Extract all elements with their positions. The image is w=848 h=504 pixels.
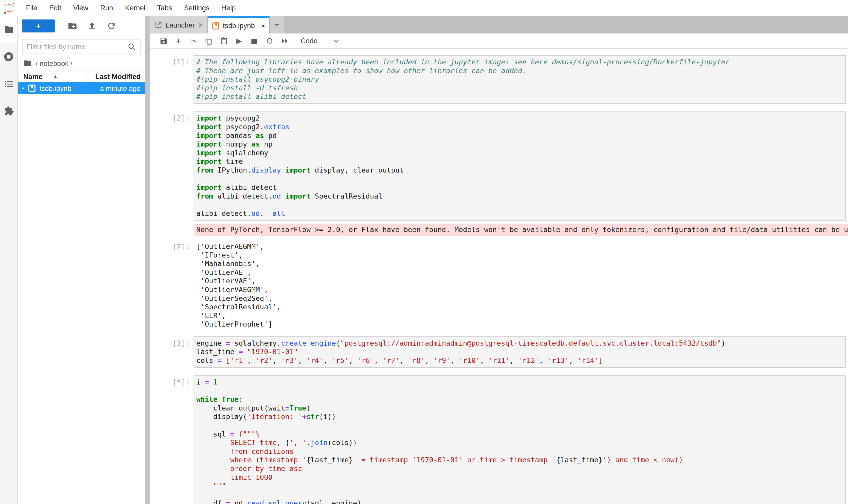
new-folder-button[interactable] (64, 21, 81, 31)
menu-edit[interactable]: Edit (43, 4, 67, 12)
interrupt-kernel-button[interactable]: ■ (247, 37, 262, 45)
code-line: df = pd.read_sql_query(sql, engine) (196, 499, 845, 504)
plus-icon: + (176, 37, 182, 45)
sidebar-tab-extensions[interactable] (0, 97, 17, 124)
tab-launcher[interactable]: Launcher × (150, 16, 208, 34)
code-line: ['OutlierAEGMM', (196, 242, 848, 251)
breadcrumb-path: / notebook / (36, 59, 73, 67)
notebook-toolbar: + ✂ ▶ ■ Code (150, 34, 848, 49)
refresh-icon (107, 21, 116, 31)
code-line: cols = ['r1', 'r2', 'r3', 'r4', 'r5', 'r… (196, 356, 845, 365)
code-line: from alibi_detect.od import SpectralResi… (196, 192, 845, 201)
input-prompt: [3]: (150, 336, 194, 368)
notebook-cells: [1]:# The following libraries have alrea… (150, 55, 848, 504)
code-line: 'LLR', (196, 312, 848, 320)
execute-result: ['OutlierAEGMM', 'IForest', 'Mahalanobis… (194, 240, 848, 329)
code-line: 'OutlierSeq2Seq', (196, 294, 848, 303)
panel-resize-handle[interactable] (145, 16, 150, 504)
file-row-tsdb[interactable]: • tsdb.ipynb a minute ago (18, 82, 145, 94)
scissors-icon: ✂ (191, 37, 197, 45)
output-prompt (150, 224, 194, 237)
sidebar-tab-toc[interactable] (0, 70, 17, 97)
tab-label: tsdb.ipynb (223, 22, 255, 30)
jupyter-logo (3, 1, 16, 15)
input-prompt: [2]: (150, 111, 194, 221)
file-name: tsdb.ipynb (39, 84, 96, 92)
cut-cell-button[interactable]: ✂ (186, 37, 201, 45)
code-line: """ (196, 482, 845, 491)
jupyter-logo-icon (3, 1, 16, 14)
notebook-scroll-area[interactable]: [1]:# The following libraries have alrea… (150, 49, 848, 504)
sidebar-tab-filebrowser[interactable] (0, 16, 17, 43)
jupyterlab-window: File Edit View Run Kernel Tabs Settings … (0, 0, 848, 504)
code-line: display('Iteration: '+str(i)) (196, 413, 845, 421)
cell-editor[interactable]: # The following libraries have already b… (194, 55, 846, 104)
restart-icon (265, 37, 273, 45)
chevron-down-icon[interactable] (333, 37, 340, 44)
cell-type-select[interactable]: Code (301, 37, 318, 45)
new-tab-button[interactable]: + (269, 16, 284, 34)
notebook-file-icon (28, 85, 36, 92)
stderr-output: None of PyTorch, TensorFlow >= 2.0, or F… (194, 224, 848, 236)
code-line: import pandas as pd (196, 131, 845, 140)
menu-file[interactable]: File (20, 4, 43, 12)
code-line: SELECT time, {', '.join(cols)} (196, 438, 845, 447)
code-line: None of PyTorch, TensorFlow >= 2.0, or F… (196, 226, 848, 234)
notebook-cell: [*]:i = 1 while True: clear_output(wait=… (150, 375, 848, 504)
stop-icon: ■ (251, 37, 257, 45)
new-launcher-button[interactable]: + (22, 20, 55, 33)
cell-editor[interactable]: i = 1 while True: clear_output(wait=True… (194, 375, 846, 504)
code-line: last_time = "1970-01-01" (196, 348, 845, 356)
menu-settings[interactable]: Settings (178, 4, 215, 12)
code-line (196, 491, 845, 499)
dirty-indicator-dot: ● (261, 23, 265, 29)
search-icon (128, 42, 137, 51)
run-cell-button[interactable]: ▶ (232, 37, 247, 45)
filter-files-input[interactable] (26, 43, 128, 51)
code-line: limit 1000 (196, 473, 845, 482)
code-line (196, 201, 845, 210)
refresh-button[interactable] (103, 21, 120, 31)
restart-run-all-button[interactable] (277, 37, 292, 45)
code-line: # These are just left in as examples to … (196, 67, 845, 75)
code-line: #!pip install psycopg2-binary (196, 75, 845, 84)
unsaved-dot: • (22, 85, 24, 91)
column-last-modified[interactable]: Last Modified (87, 71, 145, 82)
cell-editor[interactable]: import psycopg2import psycopg2.extrasimp… (194, 111, 846, 221)
paste-cell-button[interactable] (216, 37, 232, 44)
breadcrumb[interactable]: / notebook / (18, 56, 145, 71)
save-button[interactable] (156, 37, 171, 45)
column-name[interactable]: Name ▲ (18, 71, 87, 82)
cell-editor[interactable]: engine = sqlalchemy.create_engine("postg… (194, 336, 846, 368)
menu-kernel[interactable]: Kernel (119, 4, 151, 12)
menu-bar: File Edit View Run Kernel Tabs Settings … (0, 0, 848, 16)
close-icon[interactable]: × (198, 21, 203, 29)
copy-cell-button[interactable] (201, 37, 216, 44)
stop-circle-icon (3, 51, 14, 62)
restart-kernel-button[interactable] (261, 37, 277, 45)
tab-tsdb-notebook[interactable]: tsdb.ipynb ● (208, 16, 269, 34)
file-browser-panel: + / notebook / Na (18, 16, 145, 504)
code-line: sql = f"""\ (196, 430, 845, 438)
copy-icon (205, 37, 213, 44)
sidebar-tab-running[interactable] (0, 43, 17, 70)
code-line: #!pip install -U tsfresh (196, 84, 845, 93)
fast-forward-icon (281, 37, 289, 45)
insert-cell-button[interactable]: + (171, 37, 186, 45)
home-folder-icon (23, 59, 32, 68)
code-line: order by time asc (196, 465, 845, 473)
code-line: alibi_detect.od.__all__ (196, 210, 845, 218)
code-line: # The following libraries have already b… (196, 58, 845, 67)
input-prompt: [1]: (150, 55, 194, 104)
menu-run[interactable]: Run (94, 4, 119, 12)
code-line: 'SpectralResidual', (196, 303, 848, 312)
code-line: #!pip install alibi-detect (196, 92, 845, 101)
paste-icon (220, 37, 228, 44)
menu-view[interactable]: View (67, 4, 94, 12)
code-line (196, 421, 845, 430)
filter-box (22, 39, 141, 54)
menu-help[interactable]: Help (215, 4, 241, 12)
code-line (196, 175, 845, 183)
upload-button[interactable] (83, 21, 101, 31)
menu-tabs[interactable]: Tabs (151, 4, 178, 12)
